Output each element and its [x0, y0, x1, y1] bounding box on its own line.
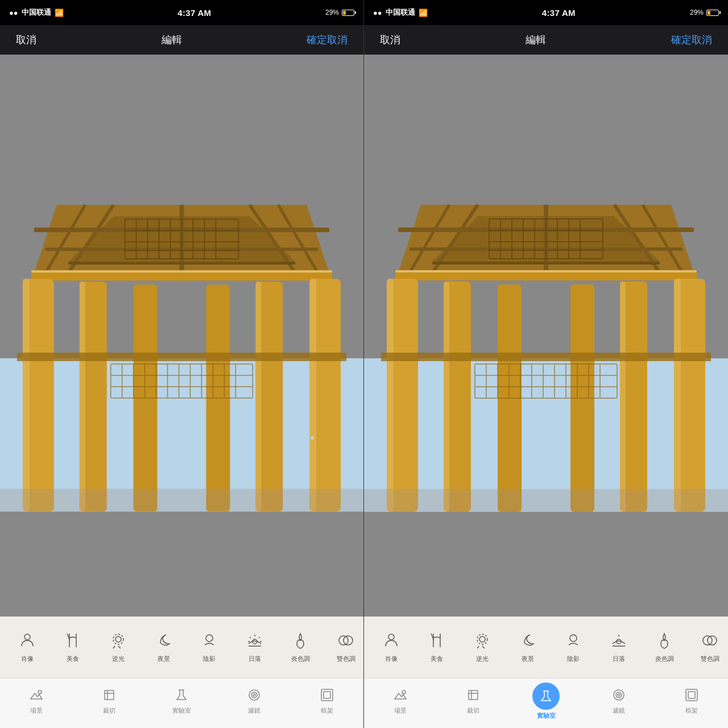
sunset-icon-r	[610, 631, 628, 652]
svg-rect-132	[381, 353, 711, 361]
battery-percent-right: 29%	[690, 9, 704, 16]
nav-frame-right[interactable]: 框架	[655, 688, 728, 715]
filter-night-r[interactable]: 夜景	[505, 631, 551, 663]
filter-portrait[interactable]: 肖像	[5, 631, 50, 663]
carrier-name-left: 中国联通	[22, 7, 51, 18]
filter-duotone-r[interactable]: 雙色調	[687, 631, 728, 663]
filter-shadow[interactable]: 陰影	[187, 631, 232, 663]
portrait-label: 肖像	[21, 655, 34, 663]
svg-rect-130	[620, 282, 626, 512]
shadow-label-r: 陰影	[567, 655, 580, 663]
flame-icon	[291, 631, 309, 652]
battery-icon-right	[706, 10, 719, 16]
svg-point-58	[113, 634, 123, 644]
portrait-icon-r	[382, 631, 400, 652]
status-bar-right: ●● 中国联通 📶 4:37 AM 29%	[364, 0, 728, 25]
nav-lab-active-circle	[532, 682, 560, 710]
filter-sunset[interactable]: 日落	[232, 631, 278, 663]
svg-point-181	[614, 690, 624, 700]
duotone-icon-r	[701, 631, 719, 652]
svg-line-65	[259, 637, 260, 638]
cancel-button-right[interactable]: 取消	[375, 31, 405, 49]
svg-point-51	[55, 425, 59, 428]
svg-point-93	[253, 694, 255, 696]
nav-lab-right[interactable]: 實驗室	[510, 682, 582, 720]
image-area-right	[364, 55, 728, 617]
pavilion-image-left	[0, 55, 363, 617]
edit-title-right: 編輯	[526, 33, 546, 47]
svg-rect-32	[309, 279, 316, 511]
left-phone-screen: ●● 中国联通 📶 4:37 AM 29% 取消 編輯 確定取消	[0, 0, 364, 728]
svg-rect-125	[444, 282, 449, 512]
svg-line-59	[118, 646, 121, 648]
night-label: 夜景	[158, 655, 170, 663]
bottom-nav-left: 場景 裁切 實驗室	[0, 678, 363, 728]
status-carrier-left: ●● 中国联通 📶	[9, 7, 64, 18]
nav-frame-label-left: 框架	[321, 706, 333, 715]
svg-line-153	[482, 646, 485, 648]
status-carrier-right: ●● 中国联通 📶	[373, 7, 428, 18]
nav-filter-right[interactable]: 濾鏡	[582, 688, 655, 715]
filter-bar-left[interactable]: 肖像 美食	[0, 617, 363, 678]
svg-point-61	[206, 635, 213, 642]
filter-bar-right[interactable]: 肖像 美食	[364, 617, 728, 678]
portrait-label-r: 肖像	[385, 655, 398, 663]
nav-scene-left[interactable]: 場景	[0, 688, 73, 715]
food-icon-r	[428, 631, 446, 652]
filter-food[interactable]: 美食	[50, 631, 96, 663]
filter-flame-r[interactable]: 炎色調	[642, 631, 687, 663]
svg-point-183	[618, 694, 620, 696]
svg-rect-25	[31, 270, 332, 272]
sunset-label-r: 日落	[613, 655, 625, 663]
battery-percent-left: 29%	[325, 9, 339, 16]
nav-filter-left[interactable]: 濾鏡	[218, 688, 291, 715]
filter-nav-icon-left	[247, 688, 262, 705]
svg-rect-107	[432, 262, 660, 264]
nav-scene-right[interactable]: 場景	[364, 688, 437, 715]
filter-sunset-r[interactable]: 日落	[596, 631, 642, 663]
confirm-button-right[interactable]: 確定取消	[667, 31, 717, 49]
nav-crop-left[interactable]: 裁切	[73, 688, 146, 715]
nav-lab-label-left: 實驗室	[172, 706, 191, 715]
nav-frame-label-right: 框架	[685, 706, 698, 715]
filter-shadow-r[interactable]: 陰影	[551, 631, 596, 663]
svg-rect-29	[80, 282, 85, 511]
svg-line-64	[250, 637, 251, 638]
filter-duotone[interactable]: 雙色調	[323, 631, 363, 663]
food-label: 美食	[67, 655, 79, 663]
battery-icon-left	[342, 10, 354, 16]
flame-label-r: 炎色調	[655, 655, 674, 663]
nav-scene-label-left: 場景	[30, 706, 43, 715]
nav-crop-right[interactable]: 裁切	[437, 688, 510, 715]
svg-line-154	[477, 646, 479, 648]
filter-backlight-r[interactable]: 逆光	[460, 631, 505, 663]
svg-rect-95	[324, 692, 330, 698]
filter-night[interactable]: 夜景	[141, 631, 187, 663]
nav-lab-left[interactable]: 實驗室	[146, 688, 218, 715]
lab-icon-left	[174, 688, 189, 705]
svg-point-54	[24, 634, 30, 640]
crop-icon-left	[102, 688, 117, 705]
svg-rect-185	[688, 692, 695, 698]
filter-backlight[interactable]: 逆光	[96, 631, 141, 663]
duotone-label: 雙色調	[337, 655, 355, 663]
nav-frame-left[interactable]: 框架	[291, 688, 363, 715]
svg-rect-121	[395, 270, 697, 272]
scene-icon-right	[393, 688, 408, 705]
filter-items-left: 肖像 美食	[0, 631, 363, 663]
shadow-icon	[200, 631, 218, 652]
sunset-icon	[246, 631, 264, 652]
edit-title-left: 編輯	[162, 33, 182, 47]
filter-flame[interactable]: 炎色調	[278, 631, 323, 663]
svg-rect-34	[255, 282, 261, 511]
toolbar-left: 取消 編輯 確定取消	[0, 25, 363, 55]
filter-portrait-r[interactable]: 肖像	[369, 631, 414, 663]
cancel-button-left[interactable]: 取消	[11, 31, 41, 49]
filter-food-r[interactable]: 美食	[414, 631, 460, 663]
signal-dots: ●●	[9, 9, 18, 17]
confirm-button-left[interactable]: 確定取消	[302, 31, 352, 49]
crop-icon-right	[466, 688, 481, 705]
filter-nav-icon-right	[611, 688, 626, 705]
nav-filter-label-right: 濾鏡	[613, 706, 625, 715]
nav-scene-label-right: 場景	[394, 706, 407, 715]
